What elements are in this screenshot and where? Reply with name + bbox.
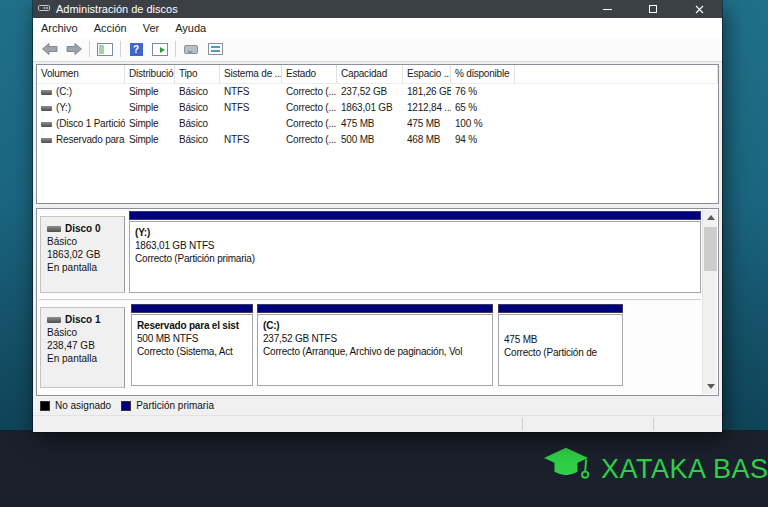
watermark-text: XATAKA BAS [601, 454, 768, 485]
partition-size: 1863,01 GB NTFS [135, 239, 695, 252]
cell-disponible: 94 % [451, 132, 515, 148]
console-tree-button[interactable] [93, 39, 117, 60]
toolbar-separator [120, 41, 121, 57]
disk-name: Disco 0 [65, 223, 101, 234]
volume-row-c[interactable]: (C:) Simple Básico NTFS Correcto (... 23… [37, 84, 718, 100]
minimize-button[interactable] [584, 0, 630, 18]
cell-estado: Correcto (... [282, 100, 337, 116]
cell-estado: Correcto (... [282, 84, 337, 100]
cell-sistema: NTFS [220, 132, 282, 148]
chevron-down-icon [707, 384, 715, 389]
disk-row-disco0: Disco 0 Básico 1863,02 GB En pantalla (Y… [37, 211, 701, 297]
title-bar: Administración de discos [33, 0, 722, 18]
header-sistema[interactable]: Sistema de ... [220, 65, 282, 84]
statusbar-separator [522, 418, 523, 430]
header-tipo[interactable]: Tipo [175, 65, 220, 84]
partition-reservado[interactable]: Reservado para el sist 500 MB NTFS Corre… [131, 304, 253, 386]
desktop: XATAKA BAS Administración de discos Arch… [0, 0, 768, 507]
header-disponible[interactable]: % disponible [451, 65, 515, 84]
close-icon [695, 5, 704, 14]
partition-y[interactable]: (Y:) 1863,01 GB NTFS Correcto (Partición… [129, 211, 701, 293]
popup-button[interactable] [179, 39, 203, 60]
menu-item-archivo[interactable]: Archivo [33, 18, 86, 37]
toolbar: ? [33, 37, 722, 62]
volume-row-disco1-particion3[interactable]: (Disco 1 Partición 3) Simple Básico Corr… [37, 116, 718, 132]
disk-icon [47, 317, 61, 323]
header-capacidad[interactable]: Capacidad [337, 65, 403, 84]
header-volumen[interactable]: Volumen [37, 65, 125, 84]
back-button[interactable] [38, 39, 62, 60]
disk-status: En pantalla [47, 352, 124, 365]
forward-arrow-icon [66, 43, 82, 55]
cell-espacio: 468 MB [403, 132, 451, 148]
close-button[interactable] [676, 0, 722, 18]
menu-item-ayuda[interactable]: Ayuda [167, 18, 214, 37]
disk-label-disco0[interactable]: Disco 0 Básico 1863,02 GB En pantalla [40, 216, 125, 293]
action-pane-icon [152, 43, 168, 56]
help-icon: ? [130, 43, 143, 56]
console-content: Volumen Distribución Tipo Sistema de ...… [33, 62, 722, 415]
cell-sistema: NTFS [220, 100, 282, 116]
cell-capacidad: 1863,01 GB [337, 100, 403, 116]
cell-disponible: 65 % [451, 100, 515, 116]
disk-label-disco1[interactable]: Disco 1 Básico 238,47 GB En pantalla [40, 307, 125, 388]
cell-distribucion: Simple [125, 116, 175, 132]
window-title: Administración de discos [56, 3, 178, 15]
primary-partition-band [129, 211, 701, 220]
partition-status: Correcto (Partición de [504, 346, 617, 359]
disk-status: En pantalla [47, 261, 124, 274]
cell-capacidad: 475 MB [337, 116, 403, 132]
volume-icon [41, 122, 52, 127]
cell-distribucion: Simple [125, 132, 175, 148]
cell-tipo: Básico [175, 116, 220, 132]
action-pane-button[interactable] [148, 39, 172, 60]
cell-sistema [220, 116, 282, 132]
cell-tipo: Básico [175, 84, 220, 100]
header-espacio[interactable]: Espacio ... [403, 65, 451, 84]
legend-item-particion-primaria: Partición primaria [121, 400, 214, 411]
cell-estado: Correcto (... [282, 132, 337, 148]
scrollbar-thumb[interactable] [704, 227, 717, 271]
disk-type: Básico [47, 235, 124, 248]
cell-capacidad: 237,52 GB [337, 84, 403, 100]
volume-row-reservado[interactable]: Reservado para el ... Simple Básico NTFS… [37, 132, 718, 148]
cell-distribucion: Simple [125, 100, 175, 116]
cell-volumen: (C:) [56, 86, 72, 97]
cell-disponible: 76 % [451, 84, 515, 100]
primary-partition-color-swatch [121, 401, 131, 411]
disk-management-window: Administración de discos Archivo Acción … [33, 0, 722, 432]
volume-icon [41, 138, 52, 143]
properties-button[interactable] [203, 39, 227, 60]
scroll-down-button[interactable] [703, 379, 718, 394]
partition-status: Correcto (Sistema, Act [137, 345, 247, 358]
partition-title: (Y:) [135, 226, 695, 239]
vertical-scrollbar [702, 210, 717, 394]
forward-button[interactable] [62, 39, 86, 60]
help-button[interactable]: ? [124, 39, 148, 60]
partition-c[interactable]: (C:) 237,52 GB NTFS Correcto (Arranque, … [257, 304, 493, 386]
menu-item-accion[interactable]: Acción [86, 18, 135, 37]
primary-partition-band [257, 304, 493, 313]
cell-volumen: Reservado para el ... [56, 134, 125, 145]
maximize-icon [649, 5, 657, 13]
unallocated-color-swatch [40, 401, 50, 411]
chevron-up-icon [707, 215, 715, 220]
header-distribucion[interactable]: Distribución [125, 65, 175, 84]
legend-item-no-asignado: No asignado [40, 400, 111, 411]
volume-icon [41, 106, 52, 111]
cell-tipo: Básico [175, 132, 220, 148]
header-estado[interactable]: Estado [282, 65, 337, 84]
menu-item-ver[interactable]: Ver [135, 18, 168, 37]
disk-row-divider [39, 299, 701, 300]
cell-estado: Correcto (... [282, 116, 337, 132]
cell-espacio: 181,26 GB [403, 84, 451, 100]
watermark: XATAKA BAS [543, 446, 768, 492]
menu-bar: Archivo Acción Ver Ayuda [33, 18, 722, 37]
cell-tipo: Básico [175, 100, 220, 116]
partition-recovery[interactable]: 475 MB Correcto (Partición de [498, 304, 623, 386]
volume-row-y[interactable]: (Y:) Simple Básico NTFS Correcto (... 18… [37, 100, 718, 116]
scroll-up-button[interactable] [703, 210, 718, 225]
toolbar-separator [175, 41, 176, 57]
primary-partition-band [498, 304, 623, 313]
maximize-button[interactable] [630, 0, 676, 18]
